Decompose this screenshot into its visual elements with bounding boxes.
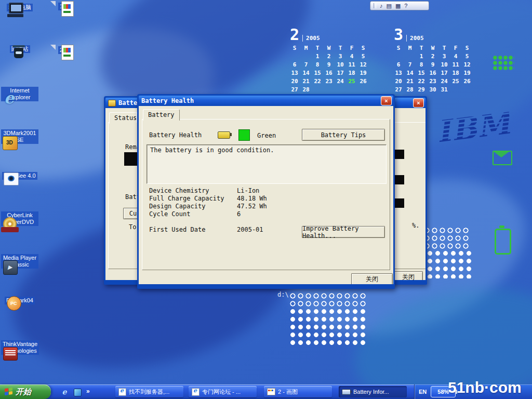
battery-tips-button[interactable]: Battery Tips (302, 129, 385, 141)
calendar-day: 4 (450, 53, 461, 60)
desktop-file-2[interactable]: 2 (43, 45, 80, 54)
calendar-day: 29 (416, 86, 427, 93)
calendar-year: 2005 (302, 35, 320, 42)
toolbar-grip[interactable] (374, 3, 376, 8)
volume-icon[interactable]: ♪ (380, 3, 383, 9)
desktop-file-1[interactable]: 1 (43, 1, 80, 10)
task-button-battery-information[interactable]: Battery Infor... (339, 386, 407, 397)
calendar-day: 24 (335, 78, 346, 85)
battery-health-titlebar[interactable]: Battery Health × (139, 96, 393, 106)
calendar-day-header: T (312, 45, 323, 51)
calendar-day: 16 (427, 70, 438, 76)
calendar-day: 26 (461, 78, 473, 85)
health-status-value: Green (257, 132, 276, 139)
quicklaunch-overflow-chevron[interactable]: » (86, 388, 90, 395)
calendar-day: 15 (312, 70, 323, 76)
calendar-march: 3 2005 SMTWTFS12345678910111213141516171… (393, 28, 473, 93)
calendar-day (323, 86, 335, 93)
calendar-day (357, 86, 369, 93)
calendar-day: 2 (427, 53, 438, 60)
calendar-day-header: S (289, 45, 300, 51)
calendar-day: 23 (427, 78, 438, 85)
desktop-icon-media-player-classic[interactable]: Media Player Classic (1, 252, 38, 269)
close-icon[interactable]: × (381, 96, 392, 105)
improve-battery-health-button[interactable]: Improve Battery Health... (302, 226, 385, 238)
calendar-day: 22 (416, 78, 427, 85)
calendar-day: 3 (438, 53, 450, 60)
desktop-icon-powerdvd[interactable]: CyberLink PowerDVD (1, 210, 38, 226)
calendar-day-header: F (346, 45, 357, 51)
calendar-day-header: S (393, 45, 404, 51)
windows-logo-icon (5, 388, 12, 396)
media-quicklaunch-icon[interactable] (74, 389, 82, 396)
calendar-day: 12 (461, 61, 473, 68)
first-used-value: 2005-01 (237, 226, 263, 233)
desktop-icon-pcmark[interactable]: PCMark04 (1, 295, 38, 304)
calendar-month: 3 (394, 28, 403, 42)
calendar-day-header: F (450, 45, 461, 51)
field-value: 48.18 Wh (237, 195, 267, 202)
task-button-forum[interactable]: 专门网论坛 - ... (189, 386, 257, 397)
floating-toolbar[interactable]: ♪ ▤ ▦ ? (370, 1, 429, 10)
desktop-icon-recycle-bin[interactable]: 回收站 (1, 44, 38, 53)
desktop-icon-acdsee[interactable]: ACDSee 4.0 (1, 170, 38, 180)
calendar-day-header: M (404, 45, 416, 51)
calendar-day: 7 (300, 61, 312, 68)
close-icon[interactable]: × (413, 98, 424, 108)
battery-health-window: Battery Health × Battery Battery Health … (137, 94, 395, 289)
task-button-server-not-found[interactable]: 找不到服务器,... (115, 386, 183, 397)
close-button[interactable]: 关闭 (394, 271, 423, 280)
field-label: Full Charge Capacity (149, 195, 224, 202)
field-label: Cycle Count (149, 210, 190, 218)
desktop-icon-internet-explorer[interactable]: Internet Explorer (1, 85, 38, 101)
display-icon[interactable]: ▤ (387, 3, 392, 9)
close-button[interactable]: 关闭 (351, 273, 393, 284)
ie-page-icon (118, 388, 126, 396)
desktop-icon-my-computer[interactable]: 我的电脑 (1, 2, 38, 11)
calendar-day (289, 53, 300, 60)
calendar-day: 8 (312, 61, 323, 68)
task-label: Battery Infor... (353, 389, 389, 395)
ie-quicklaunch-icon[interactable]: e (60, 388, 69, 396)
calendar-day: 11 (346, 61, 357, 68)
calendar-day: 19 (461, 70, 473, 76)
language-indicator[interactable]: EN (419, 389, 427, 395)
ibm-logo: IBM (434, 106, 513, 150)
calendar-day-header: S (461, 45, 473, 51)
percent-label: %. (412, 222, 419, 229)
calendar-day (312, 86, 323, 93)
calendar-day: 8 (416, 61, 427, 68)
calendar-year: 2005 (406, 35, 424, 42)
calendar-day: 14 (404, 70, 416, 76)
calendar-day: 6 (289, 61, 300, 68)
calendar-day: 4 (346, 53, 357, 60)
start-button[interactable]: 开始 (0, 384, 51, 399)
tools-icon[interactable]: ▦ (395, 3, 401, 9)
field-value: 47.52 Wh (237, 203, 267, 210)
field-label: Device Chemistry (149, 187, 209, 194)
tab-battery[interactable]: Battery (143, 109, 180, 121)
field-label: Design Capacity (149, 203, 205, 210)
health-status-led (238, 129, 250, 141)
task-button-paint[interactable]: 2 - 画图 (264, 386, 332, 397)
calendar-day (461, 86, 473, 93)
calendar-day: 18 (346, 70, 357, 76)
desktop: IBM d:\ 2 2005 SMTWTFS123456789101112131… (0, 0, 532, 399)
calendar-day: 25 (450, 78, 461, 85)
drive-label: d:\ (277, 291, 289, 298)
keypad-icon (493, 55, 514, 71)
calendar-day: 25 (346, 78, 357, 85)
desktop-icon-3dmark[interactable]: 3DMark2001 SE (1, 128, 38, 144)
calendar-day: 16 (323, 70, 335, 76)
calendar-day: 20 (393, 78, 404, 85)
desktop-icon-thinkvantage[interactable]: ThinkVantage Technologies (1, 339, 38, 355)
first-used-label: First Used Date (149, 226, 205, 233)
calendar-day: 9 (427, 61, 438, 68)
battery-task-icon (342, 389, 351, 395)
calendar-day: 15 (416, 70, 427, 76)
calendar-day-header: T (335, 45, 346, 51)
calendar-day: 6 (393, 61, 404, 68)
help-icon[interactable]: ? (404, 3, 407, 9)
calendar-day: 11 (450, 61, 461, 68)
calendar-day (404, 53, 416, 60)
